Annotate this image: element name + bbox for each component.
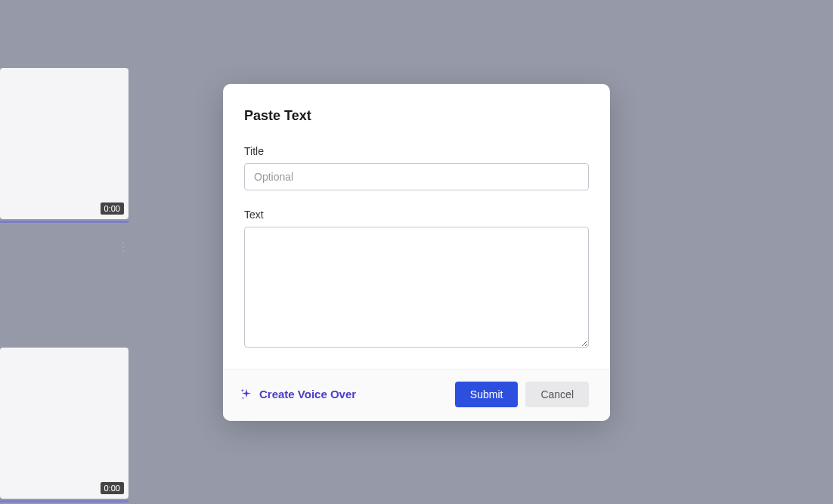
title-field-group: Title	[244, 145, 589, 190]
modal-body: Paste Text Title Text	[223, 84, 610, 369]
text-label: Text	[244, 209, 589, 221]
title-label: Title	[244, 145, 589, 157]
text-field-group: Text	[244, 209, 589, 351]
modal-footer: Create Voice Over Submit Cancel	[223, 369, 610, 421]
sparkle-icon	[240, 388, 253, 401]
voice-over-label: Create Voice Over	[259, 388, 356, 400]
title-input[interactable]	[244, 163, 589, 190]
text-textarea[interactable]	[244, 227, 589, 348]
footer-actions: Submit Cancel	[455, 382, 589, 407]
create-voice-over-button[interactable]: Create Voice Over	[240, 388, 356, 401]
paste-text-modal: Paste Text Title Text Create Voice Over	[223, 84, 610, 421]
modal-title: Paste Text	[244, 108, 589, 124]
submit-button[interactable]: Submit	[455, 382, 519, 407]
cancel-button[interactable]: Cancel	[525, 382, 589, 407]
modal-overlay: Paste Text Title Text Create Voice Over	[0, 0, 833, 504]
